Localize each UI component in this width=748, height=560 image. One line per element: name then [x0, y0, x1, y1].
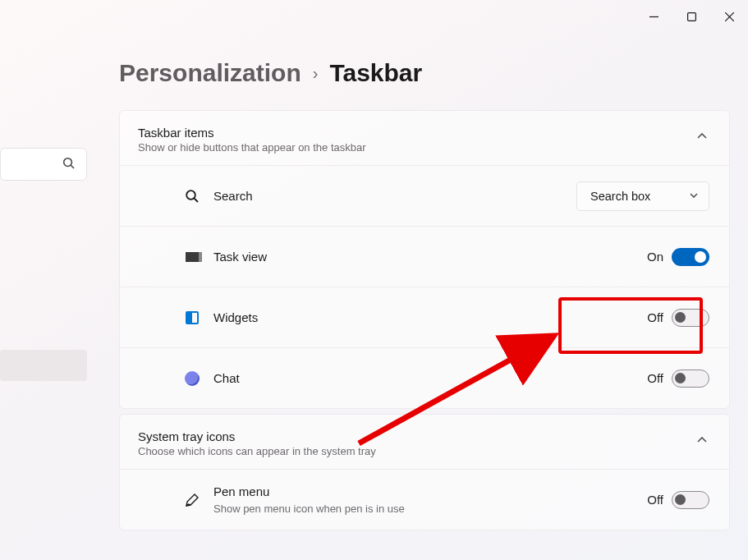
- row-pen-menu: Pen menu Show pen menu icon when pen is …: [120, 469, 729, 530]
- toggle-state-pen-menu: Off: [647, 493, 663, 507]
- row-label-pen-menu: Pen menu: [213, 484, 269, 498]
- toggle-state-widgets: Off: [647, 310, 663, 324]
- svg-point-4: [64, 158, 72, 166]
- toggle-task-view[interactable]: [672, 248, 709, 266]
- toggle-widgets[interactable]: [672, 309, 709, 327]
- maximize-button[interactable]: [672, 3, 710, 30]
- chat-icon: [184, 370, 200, 387]
- close-button[interactable]: [710, 3, 748, 30]
- main-content: Personalization › Taskbar Taskbar items …: [119, 59, 730, 535]
- row-sub-pen-menu: Show pen menu icon when pen is in use: [213, 503, 405, 515]
- chevron-down-icon: [689, 190, 699, 203]
- chevron-up-icon: [696, 131, 708, 145]
- dropdown-value: Search box: [590, 190, 650, 203]
- widgets-icon: [184, 310, 200, 326]
- svg-line-5: [71, 165, 74, 168]
- svg-line-7: [195, 198, 199, 202]
- minimize-button[interactable]: [635, 3, 672, 30]
- toggle-pen-menu[interactable]: [672, 491, 709, 509]
- breadcrumb-current: Taskbar: [329, 59, 422, 87]
- search-icon: [62, 157, 75, 172]
- row-widgets: Widgets Off: [120, 287, 729, 347]
- task-view-icon: [184, 249, 200, 265]
- row-task-view: Task view On: [120, 226, 729, 287]
- search-icon: [184, 188, 200, 204]
- row-label-chat: Chat: [213, 371, 240, 385]
- breadcrumb-parent[interactable]: Personalization: [119, 59, 301, 87]
- search-mode-dropdown[interactable]: Search box: [576, 181, 709, 211]
- row-label-task-view: Task view: [213, 250, 267, 264]
- section-title: Taskbar items: [138, 126, 366, 140]
- toggle-state-chat: Off: [647, 371, 663, 385]
- nav-search[interactable]: [0, 148, 87, 181]
- section-header-system-tray[interactable]: System tray icons Choose which icons can…: [120, 415, 729, 469]
- breadcrumb-separator: ›: [313, 64, 319, 83]
- row-chat: Chat Off: [120, 347, 729, 408]
- section-subtitle: Show or hide buttons that appear on the …: [138, 141, 366, 154]
- breadcrumb: Personalization › Taskbar: [119, 59, 730, 87]
- section-subtitle: Choose which icons can appear in the sys…: [138, 445, 376, 457]
- window-titlebar: [635, 0, 748, 33]
- pen-menu-icon: [184, 492, 200, 508]
- row-search: Search Search box: [120, 165, 729, 226]
- section-taskbar-items: Taskbar items Show or hide buttons that …: [119, 110, 730, 409]
- section-header-taskbar-items[interactable]: Taskbar items Show or hide buttons that …: [120, 111, 729, 165]
- section-system-tray: System tray icons Choose which icons can…: [119, 414, 730, 530]
- left-nav: [0, 148, 87, 381]
- toggle-chat[interactable]: [672, 370, 709, 388]
- row-label-search: Search: [213, 189, 253, 203]
- nav-item-active[interactable]: [0, 350, 87, 381]
- chevron-up-icon: [696, 434, 708, 449]
- svg-point-6: [186, 190, 195, 200]
- toggle-state-task-view: On: [647, 250, 663, 264]
- row-label-widgets: Widgets: [213, 310, 258, 324]
- svg-rect-1: [687, 12, 695, 21]
- section-title: System tray icons: [138, 429, 376, 443]
